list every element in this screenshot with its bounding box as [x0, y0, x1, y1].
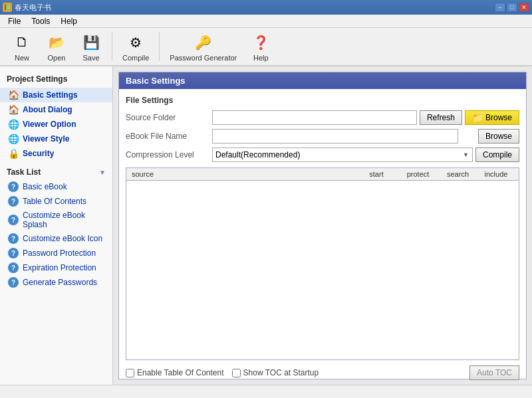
col-start: start: [356, 170, 396, 178]
menu-file[interactable]: File: [3, 15, 26, 27]
basic-settings-icon: 🏠: [8, 90, 19, 100]
col-source: source: [129, 170, 356, 178]
toolbar-open-label: Open: [48, 54, 66, 62]
sidebar-item-about-dialog[interactable]: 🏠 About Dialog: [0, 102, 112, 117]
enable-toc-checkbox[interactable]: [126, 369, 134, 377]
toolbar-help-label: Help: [253, 54, 269, 62]
show-toc-checkbox[interactable]: [232, 369, 241, 377]
about-dialog-icon: 🏠: [8, 104, 19, 115]
browse-button[interactable]: Browse: [478, 129, 519, 144]
file-table: source start protect search include: [126, 167, 519, 360]
compile-button[interactable]: Compile: [475, 148, 519, 162]
refresh-button[interactable]: Refresh: [420, 110, 462, 125]
menu-tools[interactable]: Tools: [26, 15, 55, 27]
title-bar: 📗 春天电子书 − □ ✕: [0, 0, 532, 15]
browse-primary-button[interactable]: 📁 Browse: [465, 110, 519, 125]
security-icon: 🔒: [8, 148, 19, 159]
status-bar: [0, 385, 532, 398]
source-folder-input[interactable]: [212, 110, 417, 125]
auto-toc-button[interactable]: Auto TOC: [469, 365, 519, 380]
task-password-icon: ?: [8, 248, 19, 258]
sidebar-viewer-option-label: Viewer Option: [23, 120, 76, 129]
app-icon: 📗: [3, 3, 12, 12]
sidebar: Project Settings 🏠 Basic Settings 🏠 Abou…: [0, 66, 113, 385]
col-include: include: [476, 170, 516, 178]
task-icon-icon: ?: [8, 233, 19, 244]
ebook-filename-label: eBook File Name: [126, 132, 212, 141]
content-area: Basic Settings File Settings Source Fold…: [113, 66, 532, 385]
toolbar-new[interactable]: 🗋 New: [5, 29, 39, 65]
task-item-customize-icon[interactable]: ? Customize eBook Icon: [0, 231, 112, 246]
sidebar-viewer-style-label: Viewer Style: [23, 134, 70, 144]
task-item-expiration-protection[interactable]: ? Expiration Protection: [0, 260, 112, 275]
show-toc-checkbox-row[interactable]: Show TOC at Startup: [232, 368, 319, 377]
toolbar-password-generator[interactable]: 🔑 Password Generator: [164, 29, 243, 65]
toolbar-compile[interactable]: ⚙ Compile: [116, 29, 155, 65]
minimize-button[interactable]: −: [495, 3, 505, 12]
file-table-header: source start protect search include: [126, 168, 519, 181]
app-title: 春天电子书: [15, 3, 51, 13]
toolbar-separator-1: [112, 32, 112, 61]
task-toc-icon: ?: [8, 196, 19, 207]
task-item-basic-ebook[interactable]: ? Basic eBook: [0, 179, 112, 194]
task-item-customize-splash[interactable]: ? Customize eBook Splash: [0, 209, 112, 231]
toolbar-new-label: New: [15, 54, 29, 62]
toolbar: 🗋 New 📂 Open 💾 Save ⚙ Compile 🔑 Password…: [0, 28, 532, 66]
help-icon: ❓: [250, 32, 271, 53]
source-folder-label: Source Folder: [126, 113, 212, 122]
ebook-filename-row: eBook File Name Browse: [126, 129, 519, 144]
sidebar-item-viewer-style[interactable]: 🌐 Viewer Style: [0, 132, 112, 146]
content-body: File Settings Source Folder Refresh 📁 Br…: [119, 89, 526, 385]
toolbar-open[interactable]: 📂 Open: [40, 29, 73, 65]
ebook-filename-input[interactable]: [212, 129, 458, 144]
browse-folder-icon: 📁: [472, 112, 483, 123]
task-expiration-icon: ?: [8, 262, 19, 273]
open-icon: 📂: [46, 32, 67, 53]
enable-toc-label: Enable Table Of Content: [137, 368, 224, 377]
content-panel: Basic Settings File Settings Source Fold…: [118, 72, 527, 379]
task-item-password-protection[interactable]: ? Password Protection: [0, 246, 112, 260]
toolbar-save-label: Save: [82, 54, 99, 62]
task-basic-ebook-label: Basic eBook: [23, 182, 67, 191]
compression-label: Compression Level: [126, 150, 212, 159]
save-icon: 💾: [80, 32, 102, 53]
task-expiration-label: Expiration Protection: [23, 263, 96, 272]
sidebar-item-basic-settings[interactable]: 🏠 Basic Settings: [0, 88, 112, 102]
bottom-options: Enable Table Of Content Show TOC at Star…: [126, 365, 519, 380]
menu-help[interactable]: Help: [55, 15, 82, 27]
sidebar-item-security[interactable]: 🔒 Security: [0, 146, 112, 161]
sidebar-basic-settings-label: Basic Settings: [23, 90, 78, 100]
compile-icon: ⚙: [125, 32, 146, 53]
menu-bar: File Tools Help: [0, 15, 532, 28]
toolbar-save[interactable]: 💾 Save: [74, 29, 108, 65]
viewer-style-icon: 🌐: [8, 134, 19, 144]
task-icon-label: Customize eBook Icon: [23, 234, 102, 243]
task-item-table-of-contents[interactable]: ? Table Of Contents: [0, 194, 112, 209]
task-toc-label: Table Of Contents: [23, 197, 86, 206]
task-password-label: Password Protection: [23, 249, 96, 258]
col-search: search: [440, 170, 476, 178]
source-folder-row: Source Folder Refresh 📁 Browse: [126, 110, 519, 125]
project-settings-title: Project Settings: [0, 72, 112, 88]
task-list-arrow-icon: ▼: [99, 169, 106, 176]
compression-select[interactable]: Default(Recommended) None Fastest Best: [212, 148, 473, 162]
toolbar-help[interactable]: ❓ Help: [244, 29, 277, 65]
task-splash-icon: ?: [8, 215, 19, 225]
col-protect: protect: [396, 170, 440, 178]
toolbar-compile-label: Compile: [122, 54, 149, 62]
task-list-title: Task List: [7, 167, 41, 177]
close-button[interactable]: ✕: [519, 3, 529, 12]
sidebar-item-viewer-option[interactable]: 🌐 Viewer Option: [0, 117, 112, 132]
maximize-button[interactable]: □: [507, 3, 517, 12]
file-settings-title: File Settings: [126, 96, 519, 105]
compression-level-row: Compression Level Default(Recommended) N…: [126, 148, 519, 162]
task-item-generate-passwords[interactable]: ? Generate Passwords: [0, 275, 112, 290]
content-header: Basic Settings: [119, 72, 526, 89]
compression-select-wrapper: Default(Recommended) None Fastest Best: [212, 148, 473, 162]
task-list-header: Task List ▼: [0, 163, 112, 179]
title-bar-left: 📗 春天电子书: [3, 3, 51, 13]
window-controls: − □ ✕: [495, 3, 529, 12]
enable-toc-checkbox-row[interactable]: Enable Table Of Content: [126, 368, 224, 377]
toolbar-separator-2: [159, 32, 160, 61]
task-generate-icon: ?: [8, 277, 19, 288]
